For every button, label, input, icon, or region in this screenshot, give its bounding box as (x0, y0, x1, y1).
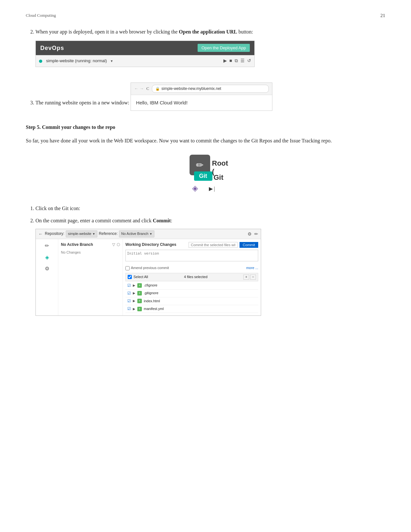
files-count-label: 4 files selected (184, 274, 208, 280)
repository-label: Repository: (45, 231, 64, 237)
git-sidebar-icon[interactable]: ◈ (38, 253, 56, 262)
browser-refresh-icon[interactable]: C (146, 85, 149, 92)
settings-sidebar-icon[interactable]: ⚙ (38, 265, 56, 273)
stop-icon[interactable]: ■ (230, 57, 232, 64)
table-row: ☑ ▶ + .gitignore (125, 290, 258, 297)
commit-button[interactable]: Commit (240, 242, 258, 248)
file-checkbox-3[interactable]: ☑ (127, 306, 131, 312)
file-name-0: .cfignore (144, 283, 157, 288)
git-btn[interactable]: Git (194, 171, 212, 181)
file-add-icon-2: + (137, 299, 142, 303)
file-name-3: manifest.yml (144, 306, 164, 312)
expand-arrow-2[interactable]: ▶ (133, 298, 135, 304)
file-add-icon-0: + (137, 283, 142, 288)
file-name-1: .gitignore (144, 290, 158, 296)
play-icon[interactable]: ▶ (223, 57, 227, 64)
ref-dropdown-icon: ▼ (149, 232, 152, 236)
amend-checkbox[interactable] (125, 266, 130, 270)
expand-icon[interactable]: + (243, 275, 249, 280)
table-row: ☑ ▶ + manifest.yml (125, 305, 258, 313)
file-checkbox-0[interactable]: ☑ (127, 283, 131, 289)
add-branch-icon[interactable]: ⬡ (117, 242, 120, 248)
dropdown-arrow-icon[interactable]: ▼ (110, 59, 113, 64)
file-add-icon-1: + (137, 291, 142, 295)
wdc-label: Working Directory Changes (125, 242, 176, 248)
hello-text: Hello, IBM Cloud World! (136, 100, 188, 105)
inner-list-item-2: On the commit page, enter a commit comme… (35, 217, 385, 316)
lock-icon: 🔒 (155, 86, 160, 92)
devops-logo: DevOps (40, 44, 64, 53)
step2-text-after: button: (237, 29, 253, 34)
icon-cluster: ✏ Root ( Git Git ◈ ▶ | (180, 155, 231, 197)
filter-icon[interactable]: ▽ (112, 242, 115, 248)
forward-icon[interactable]: → (140, 85, 144, 92)
file-checkbox-1[interactable]: ☑ (127, 290, 131, 296)
diamond-icon: ◈ (192, 184, 198, 193)
browser-url-bar[interactable]: 🔒 simple-website-new.mybluemix.net (152, 85, 269, 93)
list-icon[interactable]: ☰ (240, 57, 245, 64)
commit-right-header: Working Directory Changes Commit (125, 242, 258, 248)
file-checkbox-2[interactable]: ☑ (127, 298, 131, 304)
list-item-2: When your app is deployed, open it in a … (35, 28, 385, 72)
file-name-2: index.html (144, 298, 160, 304)
amend-label: Amend previous commit (131, 265, 169, 271)
back-arrow-icon[interactable]: ← (38, 230, 43, 237)
reference-label: Reference: (99, 231, 118, 237)
refresh-icon[interactable]: ↺ (247, 57, 251, 64)
app-controls: ▶ ■ ⧉ ☰ ↺ (223, 57, 251, 64)
commit-right-panel: Working Directory Changes Commit (123, 239, 261, 315)
pencil-sidebar-icon[interactable]: ✏ (38, 242, 56, 250)
branch-icons: ▽ ⬡ (112, 242, 120, 248)
list-item-3: The running website opens in a new windo… (35, 78, 385, 113)
external-link-icon[interactable]: ⧉ (235, 57, 238, 64)
open-deployed-app-button[interactable]: Open the Deployed App (198, 44, 250, 52)
app-name: simple-website (running: normal) (46, 58, 107, 64)
step3-text: The running website opens in a new windo… (35, 100, 129, 105)
expand-arrow-1[interactable]: ▶ (133, 291, 135, 296)
devops-bar: DevOps Open the Deployed App (36, 41, 254, 55)
more-label[interactable]: more ... (246, 265, 258, 271)
browser-content: Hello, IBM Cloud World! (131, 95, 272, 111)
step5-heading: Step 5. Commit your changes to the repo (26, 124, 385, 130)
commit-topbar-left: Repository: simple-website ▼ Reference: … (45, 230, 154, 237)
commit-files-header: Select All 4 files selected + − (125, 273, 258, 281)
app-bar: simple-website (running: normal) ▼ ▶ ■ ⧉… (36, 55, 254, 66)
browser-screenshot: ← → C 🔒 simple-website-new.mybluemix.net… (131, 82, 272, 111)
settings-icon[interactable]: ⚙ (248, 230, 252, 237)
body-paragraph: So far, you have done all your work in t… (26, 137, 385, 145)
icon-cluster-area: ✏ Root ( Git Git ◈ ▶ | (26, 155, 385, 197)
browser-nav: ← → C 🔒 simple-website-new.mybluemix.net (131, 83, 272, 95)
devops-screenshot: DevOps Open the Deployed App simple-webs… (35, 41, 255, 67)
repo-dropdown-icon: ▼ (92, 232, 95, 236)
commit-message-input[interactable] (189, 242, 238, 248)
commit-body: ✏ ◈ ⚙ No Active Branch ▽ ⬡ N (36, 239, 261, 315)
commit-screenshot: ← Repository: simple-website ▼ Reference… (35, 229, 261, 316)
inner-item2-bold: Commit (153, 218, 171, 223)
collapse-icon[interactable]: − (250, 275, 256, 280)
select-all-checkbox[interactable] (128, 275, 132, 279)
pencil-topbar-icon[interactable]: ✏ (254, 230, 258, 237)
amend-checkbox-row: Amend previous commit (125, 265, 169, 271)
commit-topbar: ← Repository: simple-website ▼ Reference… (36, 229, 261, 239)
repository-value: simple-website (68, 231, 92, 237)
step2-bold: Open the application URL (179, 29, 237, 34)
commit-amend-row: Amend previous commit more ... (125, 265, 258, 271)
pencil-icon: ✏ (196, 160, 203, 170)
git-label: Git (214, 173, 224, 182)
page-number: 21 (380, 13, 385, 18)
expand-arrow-0[interactable]: ▶ (133, 283, 135, 288)
repository-tag[interactable]: simple-website ▼ (66, 230, 98, 237)
commit-textarea[interactable] (125, 250, 258, 261)
commit-message-bar: Commit (189, 242, 258, 248)
browser-url: simple-website-new.mybluemix.net (161, 86, 221, 92)
no-active-branch-label: No Active Branch (61, 242, 93, 248)
pm-controls: + − (243, 275, 256, 280)
commit-left-panel: No Active Branch ▽ ⬡ No Changes (58, 239, 123, 315)
inner-list: Click on the Git icon: On the commit pag… (26, 204, 385, 316)
reference-tag[interactable]: No Active Branch ▼ (119, 230, 154, 237)
commit-textarea-area (125, 250, 258, 263)
back-icon[interactable]: ← (134, 85, 138, 92)
commit-topbar-right: ⚙ ✏ (248, 230, 258, 237)
expand-arrow-3[interactable]: ▶ (133, 306, 135, 312)
commit-branch-row: No Active Branch ▽ ⬡ (61, 242, 120, 248)
